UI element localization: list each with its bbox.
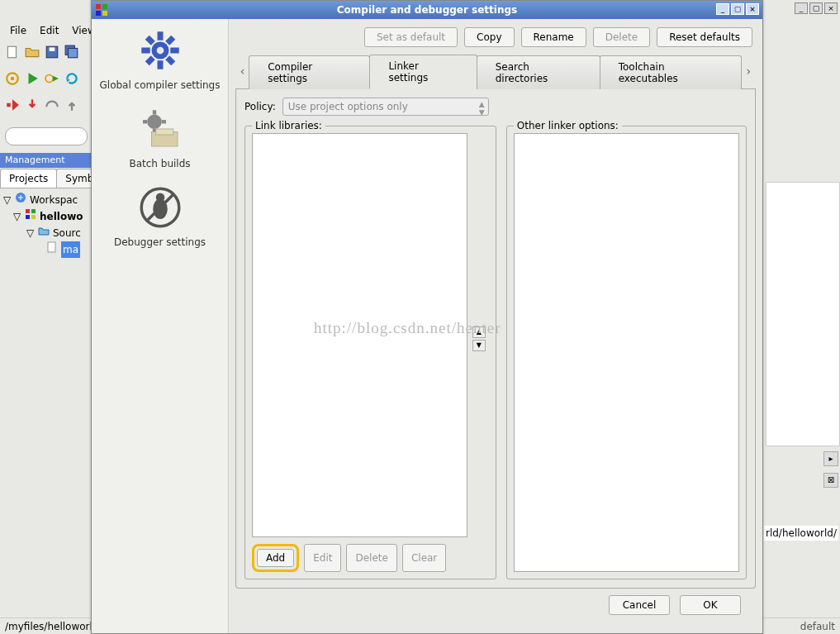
set-as-default-button: Set as default [364,27,458,47]
svg-point-28 [156,47,164,55]
search-box [5,127,88,145]
path-fragment: rld/helloworld/ [764,526,838,541]
tree-file[interactable]: ma [3,241,83,258]
new-file-icon[interactable] [5,45,20,60]
tree-project[interactable]: ▽ hellowo [3,208,83,225]
tabs-scroll-right[interactable]: › [742,64,756,78]
tree-sources[interactable]: ▽ Sourc [3,225,83,241]
clear-libraries-button: Clear [402,544,446,572]
main-close-button[interactable]: × [824,2,838,14]
delete-button: Delete [593,27,650,47]
cancel-button[interactable]: Cancel [609,595,670,615]
tree-workspace[interactable]: ▽ Workspac [3,192,83,208]
expand-arrow-icon[interactable]: ▽ [26,225,35,241]
svg-rect-17 [96,11,101,16]
delete-library-button: Delete [346,544,396,572]
sidebar-batch-label: Batch builds [97,158,223,169]
statusbar-path: /myfiles/helloworld [5,621,98,632]
dialog-minimize-button[interactable]: _ [716,3,729,15]
build-run-icon[interactable] [45,71,59,86]
tree-workspace-label: Workspac [30,192,78,208]
move-down-button: ▼ [472,340,486,351]
step-out-icon[interactable] [64,98,79,112]
link-libraries-group: Link libraries: ▲ ▼ Add [244,126,496,579]
link-libraries-label: Link libraries: [252,120,325,131]
svg-point-38 [155,193,164,203]
svg-rect-35 [155,129,173,135]
main-minimize-button[interactable]: _ [795,2,808,14]
tree-project-label: hellowo [40,208,83,225]
svg-rect-18 [102,11,107,16]
menu-edit[interactable]: Edit [33,22,65,39]
sidebar-item-debugger[interactable]: Debugger settings [92,181,228,260]
svg-line-27 [147,58,153,64]
svg-point-6 [11,77,15,81]
link-libraries-listbox[interactable] [252,133,467,537]
expand-arrow-icon[interactable]: ▽ [3,192,12,208]
other-linker-options-group: Other linker options: [506,126,747,579]
svg-rect-4 [69,49,78,58]
project-tree: ▽ Workspac ▽ hellowo ▽ Sourc ma [3,192,83,258]
dialog-title: Compiler and debugger settings [337,4,517,16]
add-button-highlight: Add [252,544,299,572]
save-all-icon[interactable] [64,45,79,60]
editor-area-fragment [766,182,840,446]
svg-line-26 [167,37,173,43]
debugger-no-bug-icon [137,184,183,231]
other-linker-options-label: Other linker options: [514,120,622,131]
file-icon [46,241,58,258]
tab-toolchain-executables[interactable]: Toolchain executables [600,55,742,89]
run-icon[interactable] [25,71,40,86]
sidebar-item-batch-builds[interactable]: Batch builds [92,102,228,181]
tab-search-directories[interactable]: Search directories [477,55,600,89]
svg-rect-16 [102,4,107,9]
rebuild-icon[interactable] [64,71,79,86]
tab-projects[interactable]: Projects [0,169,57,188]
step-over-icon[interactable] [45,98,59,112]
copy-button[interactable]: Copy [464,27,514,47]
gear-icon [137,27,183,74]
save-icon[interactable] [45,45,59,60]
expand-arrow-icon[interactable]: ▽ [13,208,21,225]
main-maximize-button[interactable]: ▢ [809,2,823,14]
statusbar-default: default [800,621,835,632]
other-linker-options-textarea[interactable] [514,133,739,572]
batch-builds-icon [137,106,183,152]
dialog-close-button[interactable]: × [746,3,759,15]
debug-start-icon[interactable] [5,98,20,112]
panel-scroll-button[interactable]: ▸ [823,451,838,466]
dialog-maximize-button[interactable]: ▢ [731,3,744,15]
sidebar-global-label: Global compiler settings [97,79,223,91]
step-into-icon[interactable] [25,98,40,112]
search-input[interactable] [5,127,88,145]
edit-library-button: Edit [304,544,341,572]
dialog-app-icon [95,3,108,17]
sidebar-item-global-compiler[interactable]: Global compiler settings [92,24,228,102]
policy-select: Use project options only ▲▼ [282,98,489,116]
svg-rect-11 [31,209,36,213]
dialog-titlebar[interactable]: Compiler and debugger settings _ ▢ × [92,1,762,19]
tabs-scroll-left[interactable]: ‹ [235,64,249,78]
menu-file[interactable]: File [3,22,33,39]
rename-button[interactable]: Rename [521,27,586,47]
ok-button[interactable]: OK [680,595,741,615]
move-up-button: ▲ [472,327,486,338]
tree-sources-label: Sourc [53,225,81,241]
svg-rect-15 [96,4,101,9]
svg-rect-2 [50,47,55,51]
build-icon[interactable] [5,71,20,86]
open-folder-icon[interactable] [25,45,40,60]
dropdown-spinner-icon: ▲▼ [479,100,485,117]
panel-close-icon[interactable]: ⊠ [823,473,838,488]
svg-rect-0 [7,46,16,58]
tab-compiler-settings[interactable]: Compiler settings [249,55,370,89]
tree-file-label: ma [61,241,80,258]
svg-line-25 [167,58,173,64]
add-library-button[interactable]: Add [257,549,294,567]
menubar: File Edit View [0,21,106,40]
svg-point-29 [147,115,162,130]
workspace-icon [15,192,26,208]
reset-defaults-button[interactable]: Reset defaults [657,27,752,47]
dialog-sidebar: Global compiler settings Batch builds De… [92,19,229,633]
tab-linker-settings[interactable]: Linker settings [369,55,477,89]
